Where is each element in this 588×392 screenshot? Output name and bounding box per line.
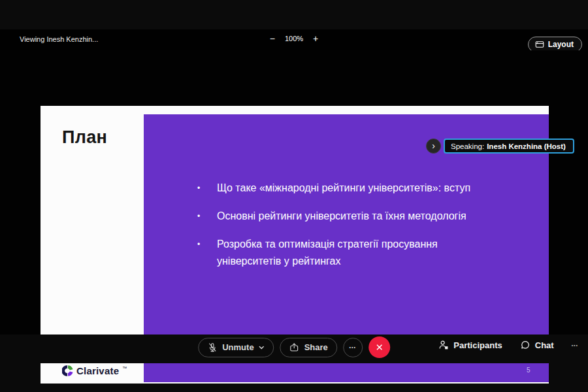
layout-button-label: Layout: [548, 40, 574, 49]
bullet-text: Основні рейтинги університетів та їхня м…: [217, 208, 466, 225]
bullet-icon: •: [197, 236, 217, 270]
active-speaker-badge: Speaking: Inesh Kenzhina (Host): [444, 139, 574, 154]
speaker-name: Inesh Kenzhina (Host): [487, 142, 566, 150]
microphone-muted-icon: [207, 342, 218, 353]
presentation-stage: План • Що таке «міжнародні рейтинги унів…: [0, 50, 588, 335]
share-screen-icon: [289, 342, 300, 353]
layout-icon: [535, 40, 544, 49]
zoom-out-button[interactable]: −: [270, 33, 275, 44]
ellipsis-icon: •••: [350, 345, 356, 350]
bullet-icon: •: [197, 180, 217, 197]
bullet-icon: •: [197, 208, 217, 225]
unmute-button-label: Unmute: [222, 342, 253, 352]
list-item: • Основні рейтинги університетів та їхня…: [197, 208, 504, 225]
zoom-level: 100%: [285, 35, 303, 42]
more-options-button[interactable]: •••: [343, 338, 363, 357]
clarivate-logo-text: Clarivate: [76, 365, 119, 376]
clarivate-trademark: ™: [122, 365, 127, 372]
meeting-window: Viewing Inesh Kenzhin... − 100% + Layout…: [0, 0, 588, 392]
participants-label: Participants: [453, 340, 502, 350]
participants-icon: [438, 340, 449, 350]
leave-meeting-button[interactable]: [368, 336, 390, 358]
share-button-label: Share: [304, 342, 328, 352]
share-button[interactable]: Share: [280, 338, 337, 357]
clarivate-logo: Clarivate ™: [62, 365, 127, 376]
close-icon: [374, 342, 384, 352]
zoom-in-button[interactable]: +: [313, 33, 318, 44]
meeting-toolbar: Unmute Share •••: [0, 335, 588, 363]
toolbar-center-controls: Unmute Share •••: [198, 336, 390, 358]
speaking-prefix: Speaking:: [451, 142, 484, 150]
chat-label: Chat: [535, 340, 554, 350]
bullet-text: Розробка та оптимізація стратегії просув…: [217, 236, 504, 270]
bullet-text: Що таке «міжнародні рейтинги університет…: [217, 180, 470, 197]
chevron-right-icon[interactable]: ›: [426, 139, 441, 154]
chat-button[interactable]: Chat: [520, 340, 554, 350]
zoom-controls: − 100% +: [0, 33, 588, 44]
participants-button[interactable]: Participants: [438, 340, 502, 350]
window-titlebar: [0, 0, 588, 29]
bullet-list: • Що таке «міжнародні рейтинги університ…: [197, 180, 504, 281]
slide-page-number: 5: [527, 367, 531, 374]
overflow-menu-button[interactable]: •••: [572, 343, 578, 348]
chat-bubble-icon: [520, 340, 531, 350]
chevron-down-icon: [259, 344, 265, 351]
toolbar-right-controls: Participants Chat •••: [438, 340, 578, 350]
list-item: • Що таке «міжнародні рейтинги університ…: [197, 180, 504, 197]
active-speaker-indicator: › Speaking: Inesh Kenzhina (Host): [426, 139, 574, 154]
clarivate-logo-icon: [62, 365, 73, 376]
unmute-button[interactable]: Unmute: [198, 338, 274, 357]
slide-title: План: [62, 127, 107, 148]
list-item: • Розробка та оптимізація стратегії прос…: [197, 236, 504, 270]
